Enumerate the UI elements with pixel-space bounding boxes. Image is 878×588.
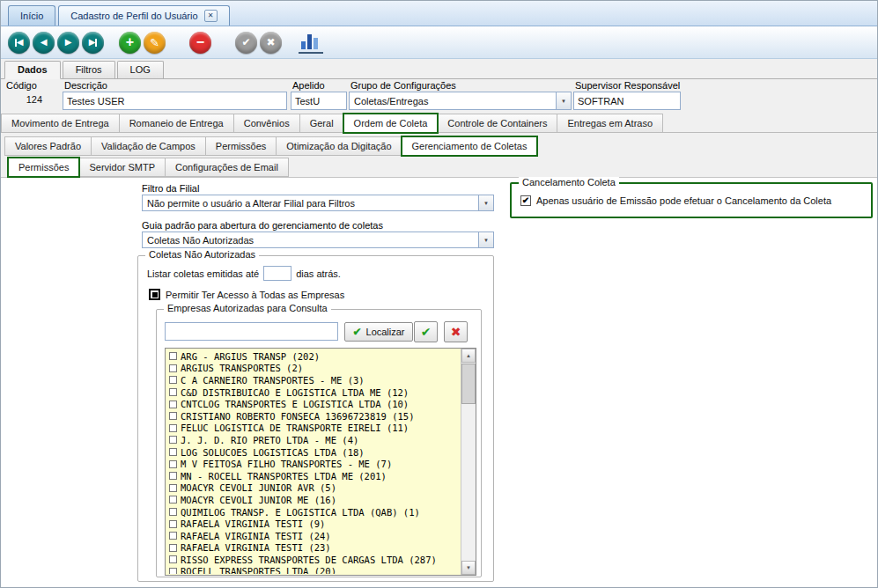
company-checkbox[interactable] xyxy=(169,424,177,432)
apelido-label: Apelido xyxy=(292,80,325,91)
company-row[interactable]: MN - ROCELL TRANSPORTES LTDA ME (201) xyxy=(166,470,460,482)
company-row[interactable]: ARG - ARGIUS TRANSP (202) xyxy=(166,350,460,363)
company-row[interactable]: M V FEITOSA FILHO TRANSPORTES - ME (7) xyxy=(166,458,460,470)
company-row[interactable]: RAFAELA VIRGINIA TESTI (9) xyxy=(166,518,460,530)
company-checkbox[interactable] xyxy=(169,508,177,516)
tab-inicio[interactable]: Início xyxy=(8,5,55,26)
company-checkbox[interactable] xyxy=(169,436,177,444)
section-tab[interactable]: Valores Padrão xyxy=(4,136,92,156)
module-tab[interactable]: Geral xyxy=(299,114,344,133)
clear-selection-button[interactable]: ✖ xyxy=(444,321,468,342)
confirm-selection-button[interactable]: ✔ xyxy=(414,321,438,342)
permitir-todas-empresas-checkbox[interactable] xyxy=(149,289,160,300)
section-tab[interactable]: Validação de Campos xyxy=(91,136,206,156)
company-checkbox[interactable] xyxy=(169,568,177,574)
vertical-scrollbar[interactable]: ▲ ▼ xyxy=(461,349,476,575)
company-checkbox[interactable] xyxy=(169,544,177,552)
main-tab[interactable]: LOG xyxy=(117,61,164,78)
company-checkbox[interactable] xyxy=(169,555,177,563)
section-tab-label: Otimização da Digitação xyxy=(286,141,391,151)
confirm-button[interactable]: ✔ xyxy=(235,32,257,54)
company-row[interactable]: RAFAELA VIRGINIA TESTI (23) xyxy=(166,542,460,555)
company-checkbox[interactable] xyxy=(169,520,177,528)
empresa-search-input[interactable] xyxy=(165,322,338,341)
company-checkbox[interactable] xyxy=(169,460,177,468)
descricao-input[interactable] xyxy=(63,92,287,110)
subsection-tab[interactable]: Permissões xyxy=(8,158,79,177)
module-tab[interactable]: Convênios xyxy=(233,114,300,133)
scroll-up-button[interactable]: ▲ xyxy=(461,349,476,363)
company-listbox: ARG - ARGIUS TRANSP (202) ARGIUS TRANSPO… xyxy=(165,348,476,576)
chevron-down-icon[interactable]: ▼ xyxy=(478,195,493,210)
company-row[interactable]: MOACYR CEVOLI JUNIOR ME (16) xyxy=(166,494,460,506)
scroll-thumb[interactable] xyxy=(461,364,476,404)
company-checkbox[interactable] xyxy=(169,496,177,503)
company-checkbox[interactable] xyxy=(169,472,177,480)
module-tab[interactable]: Romaneio de Entrega xyxy=(119,114,234,133)
company-checkbox[interactable] xyxy=(169,364,177,372)
company-checkbox[interactable] xyxy=(169,448,177,456)
company-checkbox[interactable] xyxy=(169,388,177,396)
subsection-tab[interactable]: Servidor SMTP xyxy=(78,158,166,177)
section-tab[interactable]: Otimização da Digitação xyxy=(276,136,402,156)
window-tab-bar: Início Cadastro de Perfil do Usuário ✕ xyxy=(1,1,877,26)
company-row[interactable]: CNTCLOG TRANSPORTES E LOGISTICA LTDA (10… xyxy=(166,398,460,410)
section-tab-label: Gerenciamento de Coletas xyxy=(412,141,528,151)
company-checkbox[interactable] xyxy=(169,532,177,540)
next-record-button[interactable]: ▶ xyxy=(57,32,79,54)
supervisor-input[interactable] xyxy=(573,92,681,110)
company-row[interactable]: C A CARNEIRO TRANSPORTES - ME (3) xyxy=(166,374,460,386)
company-row[interactable]: MOACYR CEVOLI JUNIOR AVR (5) xyxy=(166,482,460,495)
last-icon: ▶ xyxy=(89,38,96,47)
company-checkbox[interactable] xyxy=(169,352,177,360)
company-row[interactable]: FELUC LOGISTICA DE TRANSPORTE EIRELI (11… xyxy=(166,423,460,435)
filtro-filial-combobox[interactable]: Não permite o usuário a Alterar Filial p… xyxy=(142,195,494,211)
chevron-down-icon[interactable]: ▼ xyxy=(556,92,571,109)
add-record-button[interactable]: + xyxy=(119,32,141,54)
section-tab[interactable]: Gerenciamento de Coletas xyxy=(402,136,538,156)
company-checkbox[interactable] xyxy=(169,401,177,408)
company-row[interactable]: C&D DISTRIBUICAO E LOGISTICA LTDA ME (12… xyxy=(166,386,460,399)
module-tab[interactable]: Entregas em Atraso xyxy=(557,114,663,133)
cancel-button[interactable]: ✖ xyxy=(260,32,282,54)
section-tab[interactable]: Permissões xyxy=(205,136,277,156)
dias-atras-input[interactable] xyxy=(263,266,291,281)
main-tab[interactable]: Filtros xyxy=(63,61,115,78)
subsection-tab-strip: Permissões Servidor SMTP Configurações d… xyxy=(8,158,289,177)
company-row[interactable]: ARGIUS TRANSPORTES (2) xyxy=(166,363,460,375)
company-row[interactable]: RAFAELA VIRGINIA TESTI (24) xyxy=(166,530,460,542)
company-row[interactable]: J. J. D. RIO PRETO LTDA - ME (4) xyxy=(166,434,460,446)
subsection-tab[interactable]: Configurações de Email xyxy=(165,158,289,177)
first-record-button[interactable]: ◀ xyxy=(8,32,30,54)
edit-record-button[interactable]: ✎ xyxy=(144,32,166,54)
close-tab-icon[interactable]: ✕ xyxy=(204,10,218,22)
tab-cadastro-perfil-usuario[interactable]: Cadastro de Perfil do Usuário ✕ xyxy=(58,5,229,26)
apelido-input[interactable] xyxy=(291,92,347,110)
chart-button[interactable] xyxy=(299,31,323,54)
company-row[interactable]: LOG SOLUCOES LOGISTICAS LTDA (18) xyxy=(166,446,460,459)
chevron-down-icon[interactable]: ▼ xyxy=(478,232,493,247)
empresas-groupbox-title: Empresas Autorizadas para Consulta xyxy=(164,303,331,313)
subsection-tab-label: Configurações de Email xyxy=(175,162,278,173)
company-checkbox[interactable] xyxy=(169,484,177,492)
guia-padrao-combobox[interactable]: Coletas Não Autorizadas ▼ xyxy=(142,232,494,248)
delete-record-button[interactable]: − xyxy=(189,32,211,54)
company-checkbox[interactable] xyxy=(169,412,177,420)
scroll-down-button[interactable]: ▼ xyxy=(461,561,476,575)
cancelamento-checkbox[interactable]: ✔ xyxy=(520,195,531,206)
company-row[interactable]: CRISTIANO ROBERTO FONSECA 13696723819 (1… xyxy=(166,410,460,423)
section-tab-label: Valores Padrão xyxy=(15,141,81,151)
module-tab[interactable]: Controle de Containers xyxy=(437,114,557,133)
module-tab[interactable]: Movimento de Entrega xyxy=(1,114,120,133)
company-row[interactable]: QUIMILOG TRANSP. E LOGISTICA LTDA (QAB) … xyxy=(166,506,460,518)
localizar-button[interactable]: ✔ Localizar xyxy=(344,322,413,342)
company-list[interactable]: ARG - ARGIUS TRANSP (202) ARGIUS TRANSPO… xyxy=(166,350,460,574)
company-row[interactable]: RISSO EXPRESS TRANSPORTES DE CARGAS LTDA… xyxy=(166,554,460,566)
company-row[interactable]: ROCELL TRANSPORTES LTDA (20) xyxy=(166,566,460,574)
module-tab[interactable]: Ordem de Coleta xyxy=(343,114,439,133)
grupo-configuracoes-combobox[interactable]: Coletas/Entregas ▼ xyxy=(349,92,572,110)
last-record-button[interactable]: ▶ xyxy=(82,32,104,54)
main-tab[interactable]: Dados xyxy=(4,61,61,79)
previous-record-button[interactable]: ◀ xyxy=(33,32,55,54)
company-checkbox[interactable] xyxy=(169,376,177,384)
